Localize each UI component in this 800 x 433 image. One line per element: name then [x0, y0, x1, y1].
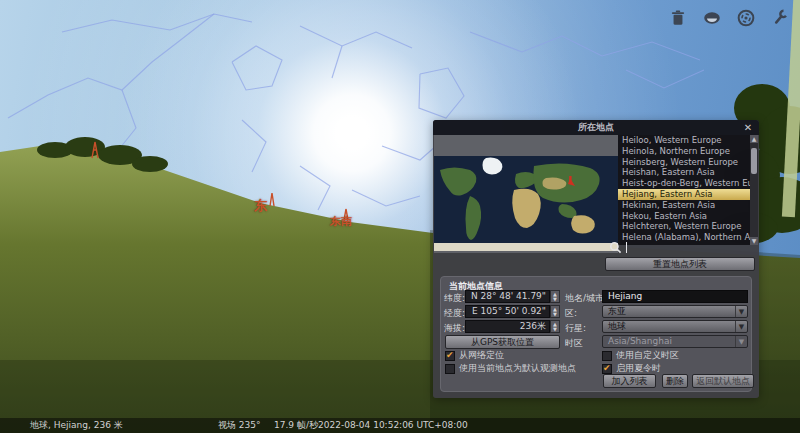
list-item[interactable]: Heinola, Northern Europe	[618, 146, 750, 157]
region-value: 东亚	[608, 306, 626, 316]
wrench-icon[interactable]	[770, 8, 790, 28]
search-row	[609, 241, 755, 254]
screen-icon[interactable]	[702, 8, 722, 28]
list-item[interactable]: Hejiang, Eastern Asia	[618, 189, 750, 200]
scroll-handle[interactable]	[751, 148, 757, 174]
region-select[interactable]: 东亚 ▼	[602, 305, 748, 318]
chevron-down-icon: ▼	[735, 336, 747, 347]
list-item[interactable]: Helchteren, Western Europe	[618, 221, 750, 232]
location-dialog: 所在地点 ✕	[433, 120, 759, 398]
fov-status: 视场 235°	[218, 418, 261, 433]
chevron-down-icon: ▼	[735, 306, 747, 317]
fps-status: 17.9 帧/秒	[274, 418, 318, 433]
return-default-button[interactable]: 返回默认地点	[692, 374, 754, 388]
checkbox-box: ✔	[602, 364, 612, 374]
network-locate-checkbox[interactable]: ✔ 从网络定位	[445, 349, 504, 362]
checkbox-label: 使用当前地点为默认观测地点	[459, 362, 576, 375]
status-bar: 地球, Hejiang, 236 米 视场 235° 17.9 帧/秒 2022…	[0, 418, 800, 433]
latitude-field[interactable]: N 28° 48' 41.79"	[465, 290, 550, 303]
datetime-status: 2022-08-04 10:52:06 UTC+08:00	[318, 418, 468, 433]
cardinal-southeast-label: 东南	[330, 214, 352, 229]
longitude-field[interactable]: E 105° 50' 0.92"	[465, 305, 550, 318]
timezone-select: Asia/Shanghai ▼	[602, 335, 748, 348]
world-map[interactable]	[434, 135, 618, 253]
custom-timezone-checkbox[interactable]: ✔ 使用自定义时区	[602, 349, 679, 362]
location-list: Heiloo, Western EuropeHeinola, Northern …	[618, 135, 750, 245]
checkbox-box: ✔	[602, 351, 612, 361]
longitude-spinner[interactable]: ▲▼	[550, 305, 560, 318]
planet-value: 地球	[608, 321, 626, 331]
checkbox-box: ✔	[445, 364, 455, 374]
list-item[interactable]: Heiloo, Western Europe	[618, 135, 750, 146]
location-status: 地球, Hejiang, 236 米	[30, 418, 123, 433]
altitude-label: 海拔:	[444, 322, 465, 335]
planet-select[interactable]: 地球 ▼	[602, 320, 748, 333]
delete-button[interactable]: 删除	[662, 374, 688, 388]
satellite-dish-icon[interactable]	[736, 8, 756, 28]
longitude-label: 经度:	[444, 307, 465, 320]
top-toolbar	[668, 8, 790, 28]
checkbox-label: 使用自定义时区	[616, 349, 679, 362]
reset-list-button[interactable]: 重置地点列表	[605, 257, 755, 271]
cardinal-east-label: 东	[254, 197, 267, 215]
region-label: 区:	[565, 307, 577, 320]
chevron-down-icon: ▼	[735, 321, 747, 332]
list-item[interactable]: Heinsberg, Western Europe	[618, 157, 750, 168]
list-scrollbar[interactable]: ▲ ▼	[750, 135, 758, 245]
checkbox-label: 从网络定位	[459, 349, 504, 362]
planet-label: 行星:	[565, 322, 586, 335]
check-icon: ✔	[446, 350, 454, 360]
altitude-spinner[interactable]: ▲▼	[550, 320, 560, 333]
stellarium-app: 东 东南 所在地点 ✕	[0, 0, 800, 433]
list-item[interactable]: Hekou, Eastern Asia	[618, 211, 750, 222]
timezone-value: Asia/Shanghai	[608, 336, 672, 346]
timezone-label: 时区	[565, 337, 583, 350]
latitude-label: 纬度:	[444, 292, 465, 305]
altitude-field[interactable]: 236米	[465, 320, 550, 333]
gps-button[interactable]: 从GPS获取位置	[445, 335, 560, 349]
check-icon: ✔	[603, 363, 611, 373]
city-name-input[interactable]: Hejiang	[602, 290, 748, 303]
checkbox-box: ✔	[445, 351, 455, 361]
location-search-input[interactable]	[609, 241, 755, 254]
dialog-titlebar[interactable]: 所在地点 ✕	[433, 120, 759, 135]
list-item[interactable]: Hekinan, Eastern Asia	[618, 200, 750, 211]
world-map-image	[434, 156, 618, 251]
list-item[interactable]: Heist-op-den-Berg, Western Europe	[618, 178, 750, 189]
close-icon[interactable]: ✕	[741, 120, 755, 135]
name-label: 地名/城市:	[565, 292, 607, 305]
add-to-list-button[interactable]: 加入列表	[603, 374, 656, 388]
latitude-spinner[interactable]: ▲▼	[550, 290, 560, 303]
scroll-up-icon[interactable]: ▲	[750, 135, 758, 143]
list-item[interactable]: Heishan, Eastern Asia	[618, 167, 750, 178]
default-location-checkbox[interactable]: ✔ 使用当前地点为默认观测地点	[445, 362, 576, 375]
dialog-title: 所在地点	[578, 122, 614, 132]
trash-icon[interactable]	[668, 8, 688, 28]
